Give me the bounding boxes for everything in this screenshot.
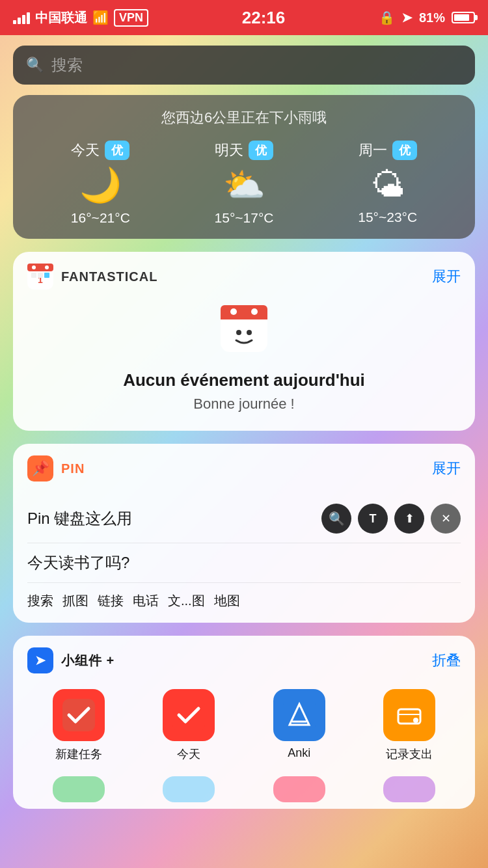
quality-badge-monday: 优 bbox=[392, 141, 417, 160]
pin-tag-search[interactable]: 搜索 bbox=[27, 592, 53, 610]
fantastical-header-left: 1 FANTASTICAL bbox=[27, 264, 157, 290]
status-right: 🔒 ➤ 81% bbox=[379, 10, 475, 25]
carrier-label: 中国联通 bbox=[35, 9, 87, 27]
grid-item-newtask[interactable]: 新建任务 bbox=[27, 689, 130, 762]
grid-icon-anki bbox=[273, 689, 325, 741]
grid-icon-today bbox=[163, 689, 215, 741]
svg-point-13 bbox=[230, 308, 237, 315]
bottom-header-left: ➤ 小组件 + bbox=[27, 647, 115, 673]
search-bar[interactable]: 🔍 搜索 bbox=[13, 46, 475, 85]
svg-rect-27 bbox=[176, 776, 202, 802]
grid-icon-expense bbox=[383, 689, 435, 741]
weather-days: 今天 优 🌙 16°~21°C 明天 优 ⛅ 15°~17°C 周一 优 🌤 1… bbox=[29, 141, 459, 226]
battery-icon bbox=[452, 12, 475, 23]
pin-app-name: PIN bbox=[61, 461, 85, 476]
svg-rect-26 bbox=[66, 776, 92, 802]
grid-item-partial3 bbox=[248, 776, 351, 802]
pin-widget: 📌 PIN 展开 Pin 键盘这么用 🔍 T ⬆ ✕ 今天读书了吗? 搜索 抓图… bbox=[13, 444, 475, 623]
pin-body: Pin 键盘这么用 🔍 T ⬆ ✕ 今天读书了吗? 搜索 抓图 链接 电话 文.… bbox=[13, 491, 475, 623]
pin-close-button[interactable]: ✕ bbox=[431, 504, 461, 534]
grid-item-partial2 bbox=[138, 776, 241, 802]
pin-tag-map[interactable]: 地图 bbox=[214, 592, 240, 610]
pin-keyboard-text: Pin 键盘这么用 bbox=[27, 508, 132, 529]
svg-rect-12 bbox=[223, 319, 265, 349]
battery-percent: 81% bbox=[419, 10, 445, 25]
search-placeholder: 搜索 bbox=[51, 55, 83, 75]
pin-row-keyboard: Pin 键盘这么用 🔍 T ⬆ ✕ bbox=[27, 495, 461, 543]
app-grid: 新建任务 今天 Anki bbox=[13, 683, 475, 776]
signal-icon bbox=[13, 11, 30, 24]
grid-label-newtask: 新建任务 bbox=[55, 746, 102, 762]
weather-subtitle: 您西边6公里正在下小雨哦 bbox=[29, 108, 459, 128]
svg-point-14 bbox=[251, 308, 258, 315]
svg-point-2 bbox=[32, 265, 36, 269]
quality-badge-tomorrow: 优 bbox=[249, 141, 273, 160]
bottom-widget-header: ➤ 小组件 + 折叠 bbox=[13, 636, 475, 683]
grid-label-expense: 记录支出 bbox=[386, 746, 433, 762]
pin-tags: 搜索 抓图 链接 电话 文...图 地图 bbox=[27, 583, 461, 612]
fantastical-widget: 1 FANTASTICAL 展开 bbox=[13, 252, 475, 431]
temp-range-monday: 15°~23°C bbox=[316, 210, 459, 225]
location-icon: ➤ bbox=[401, 10, 413, 25]
weather-emoji-tomorrow: ⛅ bbox=[172, 165, 316, 205]
pin-expand-button[interactable]: 展开 bbox=[432, 459, 461, 478]
pin-action-buttons: 🔍 T ⬆ ✕ bbox=[321, 504, 461, 534]
grid-item-partial1 bbox=[27, 776, 130, 802]
day-label-today: 今天 bbox=[71, 141, 100, 160]
weather-day-tomorrow: 明天 优 ⛅ 15°~17°C bbox=[172, 141, 316, 226]
svg-rect-1 bbox=[27, 264, 53, 271]
day-label-monday: 周一 bbox=[359, 141, 387, 160]
grid-label-today: 今天 bbox=[177, 746, 200, 762]
fantastical-app-icon: 1 bbox=[27, 264, 53, 290]
fantastical-body: Aucun événement aujourd'hui Bonne journé… bbox=[13, 299, 475, 431]
wifi-icon: 📶 bbox=[92, 10, 109, 25]
grid-icon-partial4 bbox=[383, 776, 435, 802]
svg-point-3 bbox=[45, 265, 49, 269]
weather-emoji-today: 🌙 bbox=[29, 165, 172, 205]
app-grid-row2 bbox=[13, 776, 475, 809]
pin-search-button[interactable]: 🔍 bbox=[321, 504, 351, 534]
fantastical-expand-button[interactable]: 展开 bbox=[432, 267, 461, 286]
bottom-app-name: 小组件 + bbox=[61, 652, 115, 670]
status-bar: 中国联通 📶 VPN 22:16 🔒 ➤ 81% bbox=[0, 0, 488, 35]
svg-rect-6 bbox=[31, 273, 36, 278]
lock-icon: 🔒 bbox=[379, 10, 395, 25]
pin-tag-link[interactable]: 链接 bbox=[98, 592, 124, 610]
pin-tag-textimage[interactable]: 文...图 bbox=[168, 592, 205, 610]
grid-icon-partial3 bbox=[273, 776, 325, 802]
grid-item-today[interactable]: 今天 bbox=[138, 689, 241, 762]
svg-rect-8 bbox=[44, 273, 49, 278]
pin-text-button[interactable]: T bbox=[358, 504, 388, 534]
pin-reading-text: 今天读书了吗? bbox=[27, 552, 129, 573]
fantastical-header: 1 FANTASTICAL 展开 bbox=[13, 252, 475, 299]
temp-range-today: 16°~21°C bbox=[29, 210, 172, 226]
weather-day-today: 今天 优 🌙 16°~21°C bbox=[29, 141, 172, 226]
bottom-widget: ➤ 小组件 + 折叠 新建任务 今天 bbox=[13, 636, 475, 809]
fold-button[interactable]: 折叠 bbox=[432, 651, 461, 670]
svg-rect-11 bbox=[221, 316, 267, 319]
pin-header: 📌 PIN 展开 bbox=[13, 444, 475, 491]
pin-app-icon: 📌 bbox=[27, 455, 53, 481]
fantastical-calendar-emoji bbox=[27, 305, 461, 362]
grid-icon-partial2 bbox=[163, 776, 215, 802]
svg-point-15 bbox=[236, 330, 241, 335]
temp-range-tomorrow: 15°~17°C bbox=[172, 210, 316, 226]
grid-item-partial4 bbox=[359, 776, 461, 802]
bottom-app-icon: ➤ bbox=[27, 647, 53, 673]
svg-rect-7 bbox=[38, 273, 43, 278]
pin-row-reading: 今天读书了吗? bbox=[27, 543, 461, 583]
vpn-badge: VPN bbox=[114, 9, 148, 27]
pin-tag-screenshot[interactable]: 抓图 bbox=[62, 592, 88, 610]
grid-item-anki[interactable]: Anki bbox=[248, 689, 351, 762]
fantastical-title: Aucun événement aujourd'hui bbox=[27, 370, 461, 390]
pin-tag-phone[interactable]: 电话 bbox=[133, 592, 159, 610]
svg-point-25 bbox=[413, 718, 418, 723]
fantastical-subtitle: Bonne journée ! bbox=[27, 396, 461, 413]
pin-upload-button[interactable]: ⬆ bbox=[394, 504, 424, 534]
grid-icon-partial1 bbox=[53, 776, 105, 802]
svg-point-16 bbox=[247, 330, 252, 335]
weather-widget: 您西边6公里正在下小雨哦 今天 优 🌙 16°~21°C 明天 优 ⛅ 15°~… bbox=[13, 95, 475, 239]
search-icon: 🔍 bbox=[26, 57, 44, 74]
time-display: 22:16 bbox=[242, 8, 286, 28]
grid-item-expense[interactable]: 记录支出 bbox=[359, 689, 461, 762]
